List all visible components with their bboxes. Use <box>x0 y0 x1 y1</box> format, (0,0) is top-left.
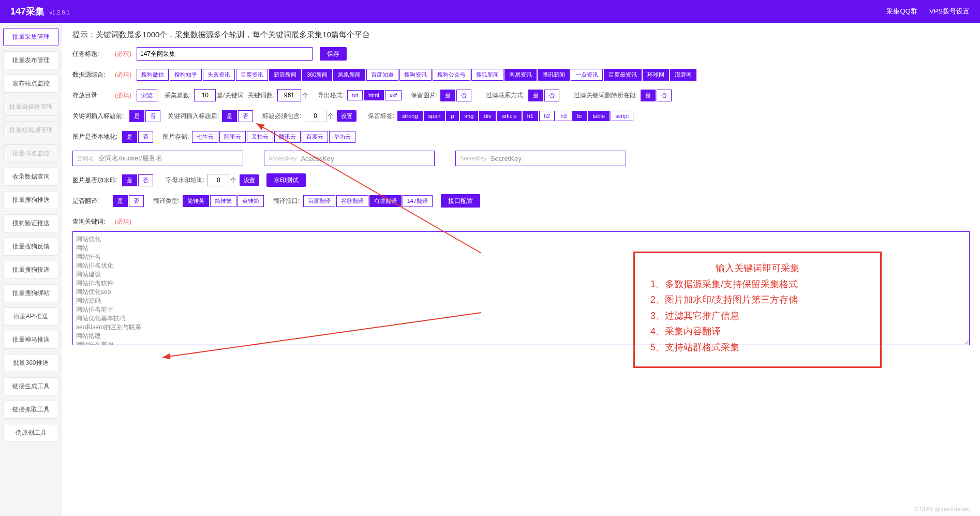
space-name-input-wrap[interactable]: 空间名 空间名/bucket/服务名 <box>72 151 243 166</box>
filterkw-tag[interactable]: 是 <box>641 90 656 101</box>
kw-count-label: 关键词数: <box>248 91 274 100</box>
source-tag[interactable]: 头条资讯 <box>203 69 235 81</box>
translate-type-tag[interactable]: 简转繁 <box>210 195 236 207</box>
task-title-input[interactable] <box>137 47 313 61</box>
imgstore-tag[interactable]: 阿里云 <box>219 131 246 143</box>
row-query-kw-label: 查询关键词: (必填) <box>72 215 970 228</box>
source-tag[interactable]: 凤凰新闻 <box>333 69 365 81</box>
source-tag[interactable]: 百度知道 <box>366 69 398 81</box>
keep-html-tag[interactable]: img <box>460 111 479 121</box>
export-tag[interactable]: xxf <box>385 90 402 100</box>
secretkey-input-wrap[interactable]: SecretKey SecretKey <box>455 151 626 166</box>
filtercontact-tag[interactable]: 否 <box>544 90 559 101</box>
keep-html-tag[interactable]: p <box>446 111 458 121</box>
sidebar-item[interactable]: 收录数据查询 <box>3 168 58 186</box>
keepimg-tag[interactable]: 是 <box>440 90 455 101</box>
export-label: 导出格式: <box>318 91 344 100</box>
watermark-tag[interactable]: 否 <box>138 174 153 186</box>
insert-after-tag[interactable]: 否 <box>238 110 253 122</box>
imgstore-tag[interactable]: 百度云 <box>302 131 328 143</box>
source-tag[interactable]: 搜狗资讯 <box>399 69 432 81</box>
keep-html-tag[interactable]: span <box>424 111 446 121</box>
wm-test-button[interactable]: 水印测试 <box>266 173 306 187</box>
keep-html-tag[interactable]: div <box>479 111 496 121</box>
insert-before-tag[interactable]: 否 <box>145 110 160 122</box>
translate-api-tag[interactable]: 有道翻译 <box>369 195 402 207</box>
sidebar-item[interactable]: 批量搜狗反馈 <box>3 238 58 256</box>
imgstore-tag[interactable]: 七牛云 <box>192 131 218 143</box>
insert-after-tag[interactable]: 是 <box>222 110 237 122</box>
main-panel: 提示：关键词数最多1000个，采集数据源多个轮训，每个关键词最多采集10篇每个平… <box>62 23 980 516</box>
collect-count-input[interactable] <box>194 89 216 101</box>
keep-html-tag[interactable]: table <box>588 111 610 121</box>
insert-before-tag[interactable]: 是 <box>129 110 144 122</box>
keepimg-tag[interactable]: 否 <box>456 90 471 101</box>
source-tag[interactable]: 360新闻 <box>302 69 332 81</box>
accesskey-input-wrap[interactable]: AccessKey AccessKey <box>264 151 435 166</box>
imglocal-tag[interactable]: 否 <box>138 131 153 143</box>
wm-rotate-input[interactable] <box>207 174 229 186</box>
keywords-textarea[interactable]: 网站优化 网站 网站排名 网站排名优化 网站建设 网站排名软件 网站优化seo … <box>72 231 970 345</box>
translate-tag[interactable]: 否 <box>129 195 144 207</box>
link-qq-group[interactable]: 采集QQ群 <box>886 7 917 15</box>
keep-html-tag[interactable]: h2 <box>539 111 555 121</box>
sidebar-item[interactable]: 批量发布管理 <box>3 51 58 69</box>
source-tag[interactable]: 网易资讯 <box>504 69 537 81</box>
translate-type-tag[interactable]: 简转英 <box>183 195 209 207</box>
keep-html-tag[interactable]: h3 <box>556 111 571 121</box>
save-button[interactable]: 保存 <box>320 47 347 61</box>
link-vps-dial[interactable]: VPS拨号设置 <box>929 7 970 15</box>
wm-set-button[interactable]: 设置 <box>240 174 259 186</box>
imgstore-tag[interactable]: 又拍云 <box>247 131 273 143</box>
keep-html-tag[interactable]: br <box>572 111 587 121</box>
source-tag[interactable]: 澎湃网 <box>670 69 696 81</box>
sidebar-item[interactable]: 批量360推送 <box>3 354 58 372</box>
source-tag[interactable]: 环球网 <box>643 69 669 81</box>
keep-html-tag[interactable]: strong <box>397 111 423 121</box>
sidebar-item[interactable]: 批量神马推送 <box>3 331 58 349</box>
must-include-input[interactable] <box>305 110 326 122</box>
sidebar-item[interactable]: 链接抓取工具 <box>3 401 58 419</box>
sidebar-item[interactable]: 批量采集管理 <box>3 28 58 46</box>
export-tag[interactable]: html <box>364 90 384 100</box>
sidebar-item[interactable]: 搜狗验证推送 <box>3 214 58 232</box>
watermark-tag[interactable]: 是 <box>122 174 137 186</box>
translate-tag[interactable]: 是 <box>113 195 128 207</box>
sidebar-item[interactable]: 批量搜狗绑站 <box>3 284 58 302</box>
imglocal-tag[interactable]: 是 <box>122 131 137 143</box>
filterkw-tag[interactable]: 否 <box>657 90 672 101</box>
api-config-button[interactable]: 接口配置 <box>441 194 480 208</box>
export-tag[interactable]: txt <box>347 90 363 100</box>
keep-html-tag[interactable]: h1 <box>523 111 538 121</box>
source-tag[interactable]: 百度最资讯 <box>604 69 642 81</box>
kw-count-input[interactable] <box>277 89 301 101</box>
imgstore-tag[interactable]: 华为云 <box>329 131 355 143</box>
translate-type-tag[interactable]: 英转简 <box>237 195 264 207</box>
sidebar-item[interactable]: 批量搜狗推送 <box>3 191 58 209</box>
sidebar-item[interactable]: 链接生成工具 <box>3 377 58 395</box>
sidebar-item[interactable]: 伪原创工具 <box>3 424 58 442</box>
source-tag[interactable]: 搜狗微信 <box>137 69 169 81</box>
keep-html-tag[interactable]: script <box>611 111 633 121</box>
translate-api-tag[interactable]: 百度翻译 <box>303 195 335 207</box>
sidebar-item[interactable]: 批量搜狗投诉 <box>3 261 58 279</box>
source-tag[interactable]: 搜狗知乎 <box>170 69 202 81</box>
source-tag[interactable]: 一点资讯 <box>571 69 603 81</box>
source-tag[interactable]: 腾讯新闻 <box>538 69 570 81</box>
translate-api-tag[interactable]: 谷歌翻译 <box>336 195 368 207</box>
space-label: 空间名 <box>77 155 94 163</box>
filtercontact-tag[interactable]: 是 <box>528 90 543 101</box>
must-set-button[interactable]: 设置 <box>337 110 357 122</box>
source-tag[interactable]: 新浪新闻 <box>269 69 301 81</box>
source-tag[interactable]: 百度资讯 <box>236 69 268 81</box>
sidebar-item[interactable]: 百度API推送 <box>3 307 58 326</box>
source-tag[interactable]: 搜狗公众号 <box>433 69 470 81</box>
source-tag[interactable]: 搜狐新闻 <box>471 69 503 81</box>
translate-api-tag[interactable]: 147翻译 <box>403 195 433 207</box>
trans-type-label: 翻译类型: <box>153 197 180 205</box>
sources-label: 数据源综合: <box>72 70 113 79</box>
sidebar-item[interactable]: 发布站点监控 <box>3 75 58 93</box>
browse-button[interactable]: 浏览 <box>137 90 157 101</box>
imgstore-tag[interactable]: 腾讯云 <box>274 131 301 143</box>
keep-html-tag[interactable]: article <box>497 111 521 121</box>
